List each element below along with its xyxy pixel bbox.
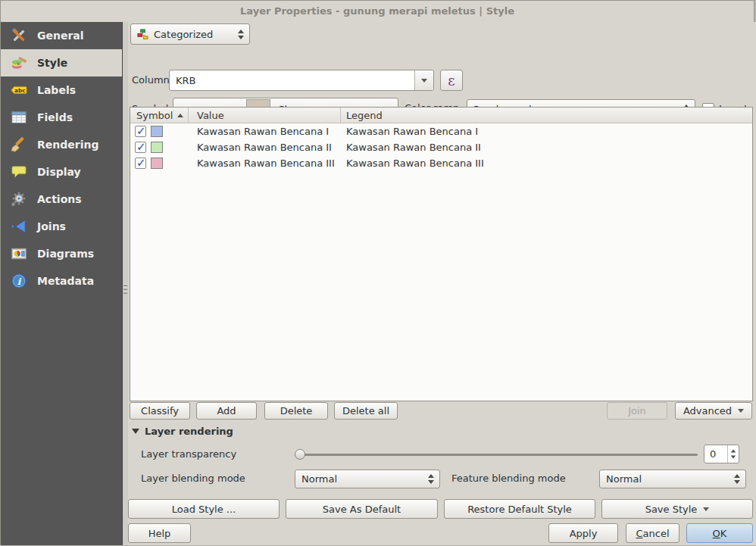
- category-color-swatch[interactable]: [151, 158, 163, 169]
- style-icon: [7, 55, 31, 71]
- categorized-icon: [137, 29, 148, 40]
- labels-icon: abc: [7, 82, 31, 98]
- splitter-grip-icon: [123, 282, 127, 295]
- layer-rendering-title: Layer rendering: [145, 426, 233, 437]
- category-color-swatch[interactable]: [151, 126, 163, 137]
- restore-default-style-button[interactable]: Restore Default Style: [444, 499, 595, 519]
- category-legend: Kawasan Rawan Bencana I: [341, 126, 752, 137]
- slider-track[interactable]: [295, 454, 698, 456]
- sidebar-item-label: Fields: [37, 111, 73, 123]
- categories-table: Symbol Value Legend Kawasan Rawan Bencan…: [130, 107, 753, 401]
- sidebar-item-label: Style: [37, 57, 67, 69]
- cancel-button[interactable]: Cancel: [626, 523, 679, 543]
- transparency-slider[interactable]: [295, 445, 698, 464]
- spinner-arrows-icon: [733, 470, 742, 488]
- category-color-swatch[interactable]: [151, 142, 163, 153]
- column-select[interactable]: KRB: [169, 70, 434, 91]
- layer-blending-select[interactable]: Normal: [295, 470, 440, 488]
- sidebar-item-diagrams[interactable]: Diagrams: [1, 240, 122, 267]
- sidebar-item-label: General: [37, 30, 84, 42]
- header-label: Legend: [346, 110, 383, 121]
- category-row[interactable]: Kawasan Rawan Bencana II Kawasan Rawan B…: [130, 139, 752, 155]
- row-checkbox[interactable]: [135, 126, 146, 137]
- dropdown-arrow-icon: [703, 507, 709, 511]
- sidebar-item-style[interactable]: Style: [1, 49, 122, 76]
- sidebar-item-label: Labels: [37, 84, 76, 96]
- joins-icon: [7, 218, 31, 235]
- join-button: Join: [607, 402, 667, 420]
- sidebar-item-general[interactable]: General: [1, 22, 122, 49]
- delete-all-button[interactable]: Delete all: [334, 402, 398, 420]
- sidebar-item-label: Metadata: [37, 275, 94, 287]
- category-row[interactable]: Kawasan Rawan Bencana I Kawasan Rawan Be…: [130, 123, 752, 139]
- header-label: Symbol: [136, 110, 173, 121]
- help-button[interactable]: Help: [128, 523, 191, 543]
- sort-ascending-icon: [177, 114, 183, 117]
- column-header-legend[interactable]: Legend: [341, 108, 752, 123]
- slider-handle[interactable]: [295, 449, 305, 460]
- category-row[interactable]: Kawasan Rawan Bencana III Kawasan Rawan …: [130, 155, 752, 171]
- classify-button[interactable]: Classify: [130, 402, 190, 420]
- sidebar-item-labels[interactable]: abc Labels: [1, 76, 122, 104]
- transparency-value: 0: [704, 448, 727, 460]
- collapse-triangle-icon: [132, 429, 139, 434]
- sidebar-item-label: Joins: [37, 220, 66, 232]
- dropdown-arrow-icon[interactable]: [414, 70, 433, 90]
- transparency-spinbox[interactable]: 0: [704, 445, 739, 463]
- apply-button[interactable]: Apply: [548, 523, 618, 543]
- category-legend: Kawasan Rawan Bencana III: [341, 158, 752, 169]
- general-icon: [7, 27, 31, 44]
- style-panel: Categorized Column KRB ε Symbol Change..…: [128, 22, 756, 545]
- window-title: Layer Properties - gunung merapi meletus…: [1, 1, 754, 23]
- dropdown-arrow-icon: [738, 409, 744, 413]
- column-header-symbol[interactable]: Symbol: [130, 108, 189, 123]
- spinner-arrows-icon: [426, 470, 436, 488]
- sidebar: General Style abc Labels Fields Renderin…: [1, 22, 122, 545]
- sidebar-item-label: Display: [37, 166, 81, 178]
- column-header-value[interactable]: Value: [189, 108, 341, 123]
- sidebar-item-metadata[interactable]: i Metadata: [1, 267, 122, 295]
- row-checkbox[interactable]: [135, 158, 146, 169]
- category-value: Kawasan Rawan Bencana II: [189, 142, 341, 153]
- table-header-row: Symbol Value Legend: [130, 108, 752, 123]
- layer-rendering-group[interactable]: Layer rendering: [132, 426, 233, 437]
- delete-button[interactable]: Delete: [264, 402, 328, 420]
- add-button[interactable]: Add: [196, 402, 257, 420]
- rendering-icon: [7, 136, 31, 153]
- epsilon-icon: ε: [448, 73, 455, 89]
- sidebar-item-label: Diagrams: [37, 248, 94, 260]
- category-legend: Kawasan Rawan Bencana II: [341, 142, 752, 153]
- sidebar-item-rendering[interactable]: Rendering: [1, 131, 122, 158]
- load-style-button[interactable]: Load Style ...: [128, 499, 280, 519]
- category-value: Kawasan Rawan Bencana III: [189, 158, 341, 169]
- feature-blending-label: Feature blending mode: [451, 469, 566, 488]
- diagrams-icon: [7, 245, 31, 262]
- layer-transparency-label: Layer transparency: [141, 445, 236, 464]
- layer-blending-label: Layer blending mode: [141, 469, 245, 488]
- sidebar-item-joins[interactable]: Joins: [1, 213, 122, 240]
- renderer-type-value: Categorized: [154, 29, 249, 40]
- sidebar-item-fields[interactable]: Fields: [1, 104, 122, 131]
- ok-button[interactable]: OK: [686, 523, 753, 543]
- renderer-type-select[interactable]: Categorized: [130, 23, 250, 45]
- category-value: Kawasan Rawan Bencana I: [189, 126, 341, 137]
- feature-blending-select[interactable]: Normal: [599, 470, 746, 488]
- column-value: KRB: [170, 75, 414, 86]
- fields-icon: [7, 109, 31, 126]
- sidebar-item-display[interactable]: Display: [1, 158, 122, 186]
- spinner-arrows-icon: [236, 24, 245, 44]
- column-label: Column: [132, 70, 170, 91]
- metadata-icon: i: [7, 273, 31, 289]
- spinbox-arrows-icon[interactable]: [727, 445, 739, 463]
- save-as-default-button[interactable]: Save As Default: [286, 499, 438, 519]
- advanced-button[interactable]: Advanced: [675, 402, 752, 420]
- splitter-handle[interactable]: [122, 22, 128, 545]
- sidebar-item-label: Rendering: [37, 139, 98, 151]
- actions-icon: [7, 191, 31, 207]
- save-style-button[interactable]: Save Style: [601, 499, 753, 519]
- header-label: Value: [197, 110, 224, 121]
- sidebar-item-label: Actions: [37, 193, 82, 205]
- expression-builder-button[interactable]: ε: [440, 70, 463, 91]
- sidebar-item-actions[interactable]: Actions: [1, 186, 122, 213]
- row-checkbox[interactable]: [135, 142, 146, 153]
